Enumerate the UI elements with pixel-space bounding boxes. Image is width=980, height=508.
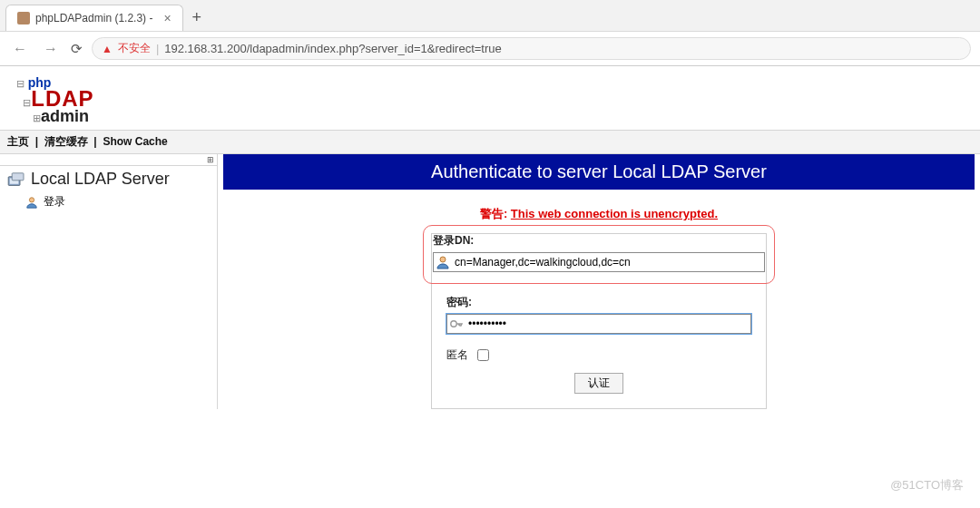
sidebar-expand-icon[interactable]: ⊞ [0,154,217,166]
browser-toolbar: ← → ⟳ ▲ 不安全 | 192.168.31.200/ldapadmin/i… [0,31,980,65]
server-icon [7,172,25,187]
app: ⊟ php ⊟LDAP ⊞admin 主页 | 清空缓存 | Show Cach… [0,66,980,409]
browser-tabs: phpLDAPadmin (1.2.3) - × + [0,0,980,31]
anonymous-label: 匿名 [446,347,468,363]
tree-icon: ⊟ [16,78,24,89]
password-input-row[interactable] [446,314,751,334]
browser-chrome: phpLDAPadmin (1.2.3) - × + ← → ⟳ ▲ 不安全 |… [0,0,980,66]
body-split: ⊞ Local LDAP Server 登录 Authenticate to s… [0,154,980,409]
authenticate-button[interactable]: 认证 [574,373,623,394]
toolbar-show-cache[interactable]: Show Cache [103,135,167,148]
submit-row: 认证 [446,373,751,394]
anonymous-row: 匿名 [446,347,751,364]
toolbar-home[interactable]: 主页 [7,135,29,148]
svg-rect-2 [12,172,24,180]
app-logo: ⊟ php ⊟LDAP ⊞admin [0,70,980,130]
app-toolbar: 主页 | 清空缓存 | Show Cache [0,130,980,154]
key-icon [449,317,464,331]
sidebar-login-link[interactable]: 登录 [44,194,65,210]
svg-point-3 [29,197,34,201]
main: Authenticate to server Local LDAP Server… [218,154,980,409]
login-form: 登录DN: 密码: [431,233,767,409]
tree-icon: ⊟ [23,97,31,108]
warning-message: This web connection is unencrypted. [511,207,718,220]
dn-label: 登录DN: [433,233,765,249]
password-input[interactable] [466,316,749,332]
dn-input[interactable] [453,254,762,270]
reload-button[interactable]: ⟳ [71,41,83,57]
back-button[interactable]: ← [9,41,31,57]
svg-point-5 [451,321,456,327]
separator: | [156,42,159,55]
svg-point-4 [440,257,446,262]
sidebar-server-name: Local LDAP Server [31,170,170,189]
address-bar[interactable]: ▲ 不安全 | 192.168.31.200/ldapadmin/index.p… [92,37,971,60]
dn-input-row[interactable] [433,252,765,272]
warning-prefix: 警告: [480,207,507,220]
password-row: 密码: [446,295,751,334]
dn-highlight: 登录DN: [423,225,775,284]
url-text: 192.168.31.200/ldapadmin/index.php?serve… [164,42,501,55]
anonymous-checkbox[interactable] [477,349,489,361]
new-tab-button[interactable]: + [183,5,211,31]
forward-button[interactable]: → [40,41,62,57]
tab-favicon [17,12,30,24]
tab-close-icon[interactable]: × [163,11,171,25]
logo-admin: admin [41,107,89,125]
person-icon [436,255,450,269]
sidebar-server[interactable]: Local LDAP Server [0,166,217,192]
sidebar: ⊞ Local LDAP Server 登录 [0,154,218,409]
insecure-warning-icon: ▲ [102,43,113,55]
insecure-label: 不安全 [118,41,151,56]
tab-title: phpLDAPadmin (1.2.3) - [35,12,152,24]
auth-header: Authenticate to server Local LDAP Server [223,154,975,190]
toolbar-clear-cache[interactable]: 清空缓存 [44,135,88,148]
browser-tab-active[interactable]: phpLDAPadmin (1.2.3) - × [5,5,183,31]
sidebar-login[interactable]: 登录 [0,192,217,211]
password-label: 密码: [446,295,751,310]
person-icon [25,196,38,209]
tree-icon: ⊞ [33,112,41,123]
